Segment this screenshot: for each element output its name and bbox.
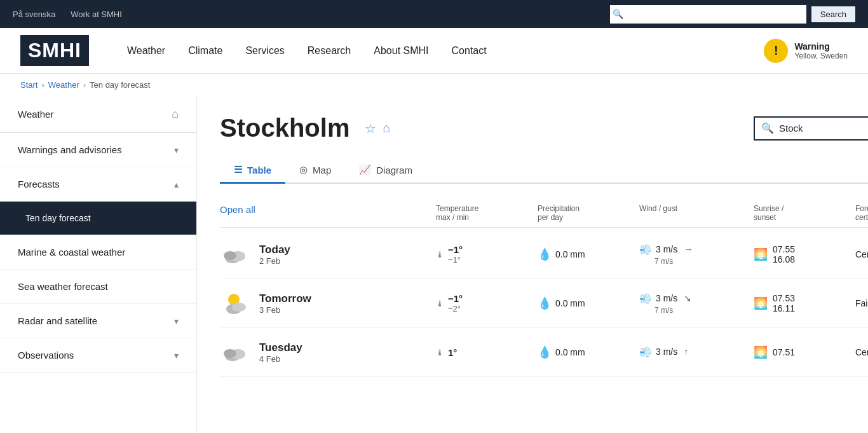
weather-icon-today [220,239,250,270]
forecast-row-tuesday[interactable]: Tuesday 4 Feb 🌡 1° 💧 0.0 mm [220,328,868,377]
gust-tomorrow: 7 m/s [639,306,754,315]
sunset-val-tomorrow: 16.11 [773,303,795,313]
breadcrumb-start[interactable]: Start [20,80,37,90]
temp-today: 🌡 −1° −1° [436,244,538,265]
wind-dir-tuesday: ↑ [684,347,688,357]
tab-map[interactable]: ◎ Map [285,158,345,184]
wind-icon-tomorrow: 💨 [639,292,652,305]
sidebar: Weather ⌂ Warnings and advisories ▾ Fore… [0,96,197,433]
sidebar-item-observations[interactable]: Observations ▾ [0,338,196,373]
sidebar-item-tenday[interactable]: Ten day forecast [0,202,196,235]
warning-badge[interactable]: ! Warning Yellow, Sweden [764,39,848,63]
search-loc-icon: 🔍 [761,122,774,134]
tab-diagram[interactable]: 📈 Diagram [345,158,426,184]
day-date-tuesday: 4 Feb [259,354,302,364]
sidebar-item-warnings[interactable]: Warnings and advisories ▾ [0,133,196,167]
home-city-icon[interactable]: ⌂ [383,121,390,136]
warning-label: Warning [794,41,848,52]
sunrise-val-tuesday: 07.51 [773,347,795,357]
forecast-row-today[interactable]: Today 2 Feb 🌡 −1° −1° 💧 0.0 mm [220,230,868,279]
tab-diagram-label: Diagram [376,165,412,175]
day-cell-tuesday: Tuesday 4 Feb [220,337,436,368]
sunrise-val-tomorrow: 07.53 [773,293,795,303]
forecast-row-tomorrow[interactable]: Tomorrow 3 Feb 🌡 −1° −2° 💧 0.0 mm [220,279,868,328]
sidebar-sea-label: Sea weather forecast [18,281,108,292]
nav-research[interactable]: Research [308,45,351,57]
precip-val-tuesday: 0.0 mm [555,347,585,357]
sunrise-today: 🌅 07.55 16.08 [754,244,855,265]
wind-tuesday: 💨 3 m/s ↑ [639,346,754,359]
temp-tuesday: 🌡 1° [436,347,538,358]
precip-icon-tomorrow: 💧 [538,296,552,310]
col-temp-line1: Temperature [436,204,538,213]
open-all-button[interactable]: Open all [220,204,255,215]
sidebar-weather-label: Weather [18,109,53,120]
weather-icon-tomorrow [220,288,250,319]
forecast-header: Open all Temperature max / min Precipita… [220,199,868,228]
certainty-tomorrow: Fairly Certain [855,298,868,308]
search-icon-top: 🔍 [613,9,623,19]
table-icon: ☰ [234,164,242,175]
col-certainty: Forecast certainty [855,204,868,222]
sidebar-forecasts-label: Forecasts [18,179,60,189]
day-info-today: Today 2 Feb [259,244,290,266]
star-icon[interactable]: ☆ [365,121,376,136]
day-info-tuesday: Tuesday 4 Feb [259,341,302,364]
location-input[interactable] [779,123,868,134]
sidebar-item-forecasts[interactable]: Forecasts ▴ [0,167,196,202]
temp-min-tomorrow: −2° [448,304,463,313]
day-info-tomorrow: Tomorrow 3 Feb [259,292,311,315]
breadcrumb-weather[interactable]: Weather [48,80,79,90]
search-button-top[interactable]: Search [811,6,855,22]
nav-about[interactable]: About SMHI [374,45,428,57]
temp-max-today: −1° [448,244,463,255]
col-precipitation: Precipitation per day [538,204,639,222]
precip-val-tomorrow: 0.0 mm [555,298,585,308]
wind-dir-today: → [684,244,693,254]
nav-weather[interactable]: Weather [127,45,165,57]
diagram-icon: 📈 [359,164,371,175]
top-bar: På svenska Work at SMHI 🔍 Search [0,0,868,28]
breadcrumb-sep1: › [41,80,44,90]
col-wind: Wind / gust [639,204,754,222]
sidebar-warnings-label: Warnings and advisories [18,144,122,155]
sunrise-tuesday: 🌅 07.51 [754,345,855,359]
col-certainty-line1: Forecast [855,204,868,213]
city-icons: ☆ ⌂ [365,121,390,136]
sunrise-times-today: 07.55 16.08 [773,244,795,265]
sidebar-observations-label: Observations [18,350,74,361]
sidebar-item-radar[interactable]: Radar and satellite ▾ [0,304,196,338]
main-content: Stockholm ☆ ⌂ 🔍 ✕ ▾ ☰ Table ◎ Map [197,96,868,433]
breadcrumb: Start › Weather › Ten day forecast [0,74,868,96]
col-precip-line2: per day [538,213,639,222]
day-cell-today: Today 2 Feb [220,239,436,270]
nav-contact[interactable]: Contact [452,45,487,57]
precip-today: 💧 0.0 mm [538,247,639,261]
sunrise-icon-today: 🌅 [754,247,768,261]
wind-row1-tuesday: 💨 3 m/s ↑ [639,346,754,358]
day-cell-tomorrow: Tomorrow 3 Feb [220,288,436,319]
temp-max-tomorrow: −1° [448,293,463,304]
wind-speed-today: 3 m/s [656,244,677,254]
chevron-down-icon: ▾ [174,145,179,155]
location-search[interactable]: 🔍 ✕ ▾ [754,116,868,141]
sidebar-item-marine[interactable]: Marine & coastal weather [0,235,196,270]
wind-row1-tomorrow: 💨 3 m/s ↘ [639,292,754,305]
precip-val-today: 0.0 mm [555,249,585,259]
work-link[interactable]: Work at SMHI [71,10,122,19]
logo: SMHI [20,35,89,66]
sidebar-item-weather[interactable]: Weather ⌂ [0,96,196,133]
col-sunrise: Sunrise / sunset [754,204,855,222]
svenska-link[interactable]: På svenska [13,10,55,19]
open-all-cell: Open all [220,204,436,222]
sidebar-radar-label: Radar and satellite [18,315,97,326]
nav-services[interactable]: Services [245,45,284,57]
header: SMHI Weather Climate Services Research A… [0,28,868,74]
svg-point-8 [224,349,236,358]
tab-table[interactable]: ☰ Table [220,158,285,184]
sidebar-item-sea[interactable]: Sea weather forecast [0,270,196,304]
day-date-today: 2 Feb [259,256,290,266]
nav-climate[interactable]: Climate [188,45,222,57]
search-input-top[interactable] [626,6,804,22]
chevron-down-icon-obs: ▾ [174,350,179,361]
